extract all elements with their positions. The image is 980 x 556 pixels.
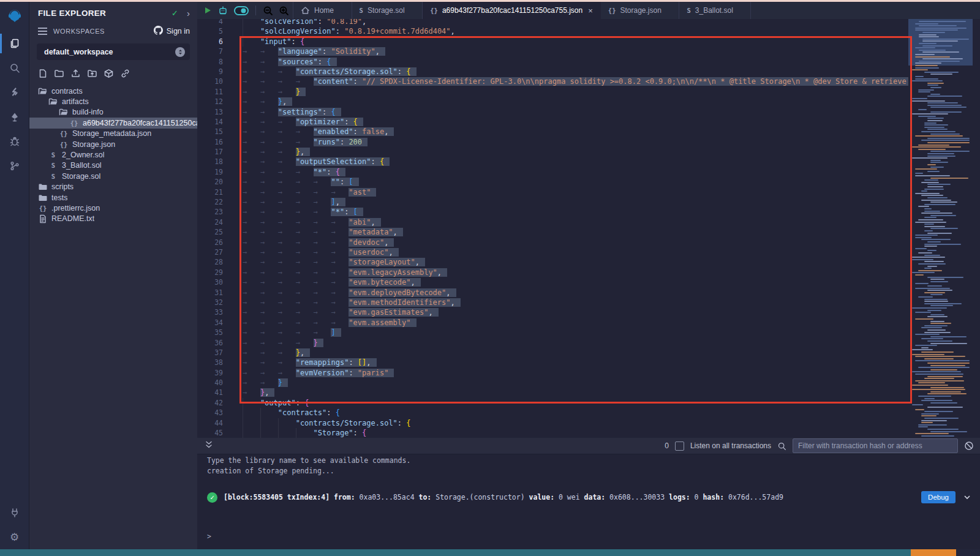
chevron-right-icon[interactable]: › xyxy=(187,8,190,18)
new-folder-icon[interactable] xyxy=(54,69,64,78)
code-line-44[interactable]: "contracts/Storage.sol": { xyxy=(243,418,908,428)
code-line-20[interactable]: →→→→→"": [ xyxy=(243,177,908,187)
code-line-6[interactable]: "input": { xyxy=(243,37,908,47)
line-number[interactable]: 40 xyxy=(197,378,232,388)
line-number[interactable]: 20 xyxy=(197,177,232,187)
ipfs-box-icon[interactable] xyxy=(104,69,114,78)
code-line-16[interactable]: →→→→"runs": 200 xyxy=(243,137,908,147)
code-line-34[interactable]: →→→→→→"evm.assembly" xyxy=(243,318,908,328)
tab-home[interactable]: Home× xyxy=(293,2,352,19)
code-line-19[interactable]: →→→→"*": { xyxy=(243,167,908,177)
zoom-out-button[interactable] xyxy=(263,6,273,16)
line-number[interactable]: 22 xyxy=(197,197,232,207)
code-line-24[interactable]: →→→→→→"abi", xyxy=(243,217,908,227)
line-number[interactable]: 21 xyxy=(197,187,232,197)
code-line-15[interactable]: →→→→"enabled": false, xyxy=(243,127,908,137)
activity-bar-file-explorer[interactable] xyxy=(0,31,29,56)
line-number[interactable]: 36 xyxy=(197,338,232,348)
zoom-in-button[interactable] xyxy=(279,6,289,16)
code-line-36[interactable]: →→→→} xyxy=(243,338,908,348)
code-line-30[interactable]: →→→→→→"evm.bytecode", xyxy=(243,277,908,287)
line-number[interactable]: 24 xyxy=(197,217,232,227)
sign-in-button[interactable]: Sign in xyxy=(154,26,190,37)
code-line-37[interactable]: →→→}, xyxy=(243,348,908,358)
close-tab-icon[interactable]: × xyxy=(588,6,593,15)
tree-item-readme-txt[interactable]: README.txt xyxy=(29,214,197,224)
line-number[interactable]: 43 xyxy=(197,408,232,418)
line-number[interactable]: 15 xyxy=(197,127,232,137)
activity-bar-debugger[interactable] xyxy=(0,129,29,154)
line-number[interactable]: 26 xyxy=(197,238,232,247)
code-line-40[interactable]: →→} xyxy=(243,378,908,388)
activity-bar-remix-logo[interactable] xyxy=(0,2,29,31)
line-number[interactable]: 18 xyxy=(197,157,232,167)
terminal-search-icon[interactable] xyxy=(777,441,786,451)
line-number[interactable]: 39 xyxy=(197,368,232,378)
code-line-39[interactable]: →→→"evmVersion": "paris" xyxy=(243,368,908,378)
link-icon[interactable] xyxy=(120,69,130,78)
minimap[interactable] xyxy=(908,19,973,438)
code-line-26[interactable]: →→→→→→"devdoc", xyxy=(243,238,908,247)
code-line-22[interactable]: →→→→→], xyxy=(243,197,908,207)
line-number[interactable]: 41 xyxy=(197,388,232,397)
terminal-prompt[interactable]: > xyxy=(207,532,211,541)
activity-bar-deploy-run[interactable] xyxy=(0,105,29,129)
tree-item-scripts[interactable]: scripts xyxy=(29,182,197,192)
activity-bar-search[interactable] xyxy=(0,56,29,80)
code-line-32[interactable]: →→→→→→"evm.methodIdentifiers", xyxy=(243,298,908,307)
code-line-8[interactable]: →→"sources": { xyxy=(243,57,908,67)
line-number[interactable]: 25 xyxy=(197,227,232,237)
terminal-body[interactable]: Type the library name to see available c… xyxy=(197,454,980,549)
code-line-41[interactable]: →}, xyxy=(243,388,908,397)
tree-item-build-info[interactable]: build-info xyxy=(29,107,197,118)
tree-item-artifacts[interactable]: artifacts xyxy=(29,96,197,107)
expand-transaction-icon[interactable] xyxy=(963,493,971,502)
line-number[interactable]: 29 xyxy=(197,268,232,277)
code-line-25[interactable]: →→→→→→"metadata", xyxy=(243,227,908,237)
line-number[interactable]: 8 xyxy=(197,57,232,67)
upload-file-icon[interactable] xyxy=(70,69,81,78)
code-line-38[interactable]: →→→"remappings": [], xyxy=(243,358,908,367)
tree-item-storage-metadata-json[interactable]: {}Storage_metadata.json xyxy=(29,129,197,139)
tree-item-storage-sol[interactable]: SStorage.sol xyxy=(29,171,197,181)
code-line-4[interactable]: "solcVersion": "0.8.19", xyxy=(243,19,908,26)
toggle-switch[interactable] xyxy=(234,6,249,15)
activity-bar-git[interactable] xyxy=(0,154,29,178)
clear-terminal-icon[interactable] xyxy=(964,441,974,451)
code-line-31[interactable]: →→→→→→"evm.deployedBytecode", xyxy=(243,288,908,298)
tab-a69b43f277ba20fcac141151250ca755-json[interactable]: {}a69b43f277ba20fcac141151250ca755.json× xyxy=(423,2,601,19)
code-line-10[interactable]: →→→→"content": "// SPDX-License-Identifi… xyxy=(243,77,908,86)
activity-bar-settings[interactable]: ⚙ xyxy=(0,525,29,549)
code-line-33[interactable]: →→→→→→"evm.gasEstimates", xyxy=(243,307,908,317)
line-number[interactable]: 14 xyxy=(197,117,232,127)
line-number[interactable]: 6 xyxy=(197,37,232,47)
tree-item-3-ballot-sol[interactable]: S3_Ballot.sol xyxy=(29,160,197,171)
tree-item-2-owner-sol[interactable]: S2_Owner.sol xyxy=(29,149,197,160)
code-line-11[interactable]: →→→} xyxy=(243,87,908,97)
line-number[interactable]: 23 xyxy=(197,207,232,217)
code-editor[interactable]: 4567891011121314151617181920212223242526… xyxy=(197,19,980,438)
code-line-45[interactable]: "Storage": { xyxy=(243,428,908,438)
code-content[interactable]: "solcVersion": "0.8.19", "solcLongVersio… xyxy=(243,19,908,438)
line-number[interactable]: 4 xyxy=(197,19,232,26)
line-number[interactable]: 34 xyxy=(197,318,232,328)
code-line-27[interactable]: →→→→→→"userdoc", xyxy=(243,247,908,257)
expand-terminal-icon[interactable] xyxy=(205,440,213,452)
listen-all-transactions-checkbox[interactable] xyxy=(675,441,684,451)
tree-item-tests[interactable]: tests xyxy=(29,192,197,203)
activity-bar-solidity-compiler[interactable] xyxy=(0,80,29,105)
code-line-5[interactable]: "solcLongVersion": "0.8.19+commit.7dd6d4… xyxy=(243,26,908,36)
upload-folder-icon[interactable] xyxy=(87,69,97,78)
code-line-13[interactable]: →→"settings": { xyxy=(243,107,908,117)
line-number[interactable]: 13 xyxy=(197,107,232,117)
code-line-42[interactable]: "output": { xyxy=(243,398,908,408)
line-number[interactable]: 27 xyxy=(197,247,232,257)
code-line-21[interactable]: →→→→→→"ast" xyxy=(243,187,908,197)
line-number[interactable]: 35 xyxy=(197,328,232,337)
remix-ai-button[interactable] xyxy=(217,6,228,15)
line-number[interactable]: 5 xyxy=(197,26,232,36)
line-number[interactable]: 19 xyxy=(197,167,232,177)
line-number[interactable]: 12 xyxy=(197,97,232,107)
tree-item-a69b43f277ba20fcac141151250ca7-[interactable]: {}a69b43f277ba20fcac141151250ca7... xyxy=(29,118,197,128)
line-number[interactable]: 17 xyxy=(197,147,232,157)
